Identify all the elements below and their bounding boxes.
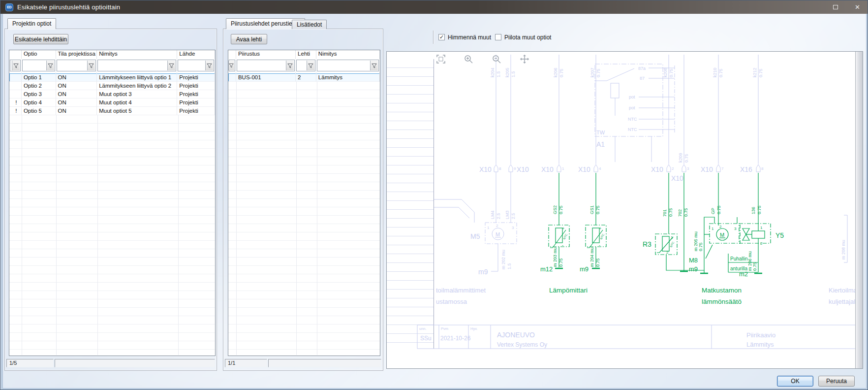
maximize-button[interactable] (824, 0, 846, 14)
pan-icon[interactable] (520, 54, 529, 64)
filter-input[interactable] (237, 60, 295, 71)
titleblock-label: unn. (419, 326, 427, 331)
cell-optio: Optio 5 (22, 107, 56, 115)
filter-input[interactable] (22, 60, 55, 71)
wire-gauge: 1.5 (511, 71, 516, 77)
relay-terminal: pot (629, 95, 635, 99)
filter-icon[interactable] (286, 61, 294, 70)
caption-dimmed: ustamossa (436, 298, 467, 305)
ground-ref: m12 (540, 265, 553, 273)
cell-nimitys: Lämmitykseen liittyvä optio 1 (97, 73, 177, 82)
filter-input[interactable] (57, 60, 96, 71)
cell-tila: ON (56, 73, 97, 82)
zoom-in-icon[interactable] (464, 54, 473, 64)
column-header[interactable] (9, 50, 22, 59)
column-header-optio[interactable]: Optio (22, 50, 56, 59)
table-row[interactable]: ! Optio 5 ON Muut optiot 5 Projekti (9, 107, 215, 115)
checkbox-checked-icon[interactable]: ✓ (438, 34, 445, 40)
filter-icon[interactable] (167, 61, 175, 70)
column-header-tila[interactable]: Tila projektissa (56, 50, 97, 59)
column-header-nimitys[interactable]: Nimitys (97, 50, 177, 59)
empty-rows-area (9, 115, 215, 355)
cell-lahde: Projekti (177, 82, 215, 90)
column-header-lehti[interactable]: Lehti (296, 50, 316, 59)
column-header-piirustus[interactable]: Piirustus (236, 50, 296, 59)
pin-number: 2 (760, 241, 763, 246)
titleblock-company: Vertex Systems Oy (497, 341, 547, 348)
ntc-label: NTC (669, 241, 675, 248)
cell-flag (9, 73, 22, 82)
open-sheet-button[interactable]: Avaa lehti (231, 34, 267, 44)
drawing-preview-canvas[interactable]: X10 X10 X10 X10 X10 X10 X10 X16 8 9 1 4 … (386, 51, 863, 369)
wire-gauge: 0.75 (596, 68, 601, 77)
titleblock-date: 2021-10-26 (440, 335, 471, 342)
filter-input[interactable] (317, 60, 379, 71)
options-table-header: Optio Tila projektissa Nimitys Lähde (9, 50, 215, 59)
vertical-scrollbar[interactable] (855, 52, 863, 368)
ground-ref: m9 (478, 268, 488, 276)
cell-optio: Optio 4 (22, 98, 56, 107)
table-row[interactable]: ! Optio 4 ON Muut optiot 4 Projekti (9, 98, 215, 107)
wire-label: k205 (505, 67, 510, 77)
table-row[interactable]: Optio 2 ON Lämmitykseen liittyvä optio 2… (9, 82, 215, 90)
filter-input[interactable] (97, 60, 176, 71)
caption-dimmed: Kiertoilma (829, 287, 856, 294)
zoom-out-icon[interactable] (492, 54, 501, 64)
checkbox-unchecked-icon[interactable] (495, 34, 501, 40)
filter-input[interactable] (178, 60, 214, 71)
connector-label: X10 (479, 165, 492, 173)
wire-label: m 204 mu (589, 247, 594, 267)
column-header[interactable] (228, 50, 236, 59)
filter-icon[interactable] (87, 61, 95, 70)
filter-icon[interactable] (12, 61, 20, 70)
relay-terminal: 87 (640, 76, 645, 81)
titleblock-label: Pvm (441, 326, 448, 331)
wire-label: k209 (678, 153, 683, 162)
table-row[interactable]: BUS-001 2 Lämmitys (228, 73, 380, 82)
ok-button[interactable]: OK (777, 376, 813, 387)
filter-input[interactable] (10, 60, 21, 71)
cancel-button[interactable]: Peruuta (818, 376, 855, 387)
pin-number: 8 (761, 166, 764, 171)
component-ref: M5 (470, 232, 480, 240)
tab-lisatiedot[interactable]: Lisätiedot (292, 20, 327, 29)
caption-green: lämmönsäätö (702, 298, 742, 305)
cell-optio: Optio 3 (22, 90, 56, 98)
connector-label: X10 (541, 165, 554, 173)
wire-label: GP (711, 208, 715, 214)
wire-label: k204 (490, 67, 495, 77)
cell-tila: ON (56, 82, 97, 90)
fit-view-icon[interactable] (436, 54, 446, 64)
table-row[interactable]: Optio 1 ON Lämmitykseen liittyvä optio 1… (9, 73, 215, 82)
filter-icon[interactable] (46, 61, 54, 70)
relay-terminal: NTC (628, 127, 637, 132)
filter-icon[interactable] (205, 61, 213, 70)
cell-lahde: Projekti (177, 98, 215, 107)
dim-others-checkbox[interactable]: ✓ Himmennä muut (438, 34, 491, 41)
empty-rows-area (228, 82, 380, 355)
cell-flag (9, 90, 22, 98)
column-header-lahde[interactable]: Lähde (177, 50, 215, 59)
cell-flag (9, 82, 22, 90)
filter-icon[interactable] (307, 61, 314, 70)
table-row[interactable]: Optio 3 ON Muut optiot 3 Projekti (9, 90, 215, 98)
hide-other-options-checkbox[interactable]: Piilota muut optiot (495, 34, 551, 41)
preview-by-sheets-button[interactable]: Esikatsele lehdittäin (13, 34, 68, 44)
wire-gauge: 0.75 (558, 258, 563, 267)
filter-icon[interactable] (370, 61, 378, 70)
filter-icon[interactable] (228, 61, 234, 70)
tab-projektin-optiot[interactable]: Projektin optiot (7, 18, 56, 29)
wire-gauge: 0.75 (683, 208, 688, 217)
wire-gauge: 0.75 (716, 205, 721, 214)
cell-tila: ON (56, 107, 97, 115)
component-ref: M8 (689, 257, 698, 264)
wire-gauge: 1.5 (507, 263, 512, 269)
close-button[interactable]: ✕ (846, 0, 868, 14)
title-bar[interactable]: ED Esikatsele piirustuslehtiä optioittai… (0, 0, 868, 14)
filter-input[interactable] (296, 60, 315, 71)
column-header-nimitys[interactable]: Nimitys (316, 50, 380, 59)
wire-gauge: 0.75 (558, 205, 563, 214)
wire-label: 136 (751, 207, 756, 214)
checkbox-label: Piilota muut optiot (504, 34, 551, 41)
filter-input[interactable] (229, 60, 235, 71)
